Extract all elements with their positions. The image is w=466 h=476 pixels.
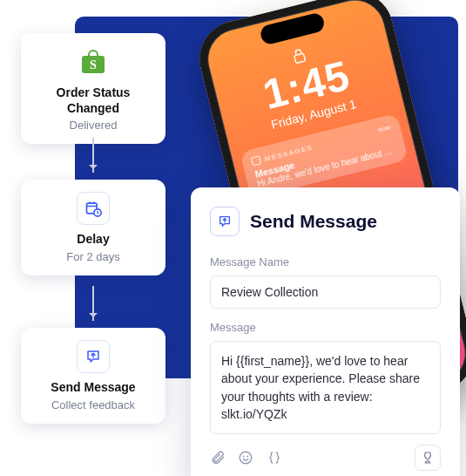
svg-point-5 [247,456,248,458]
dynamic-island [259,11,326,45]
message-name-label: Message Name [210,255,441,269]
workflow-step-delay[interactable]: Delay For 2 days [21,180,165,275]
step-subtitle: Delivered [35,119,152,132]
workflow-step-send-message[interactable]: Send Message Collect feedback [21,328,165,424]
flow-arrow [92,286,94,321]
step-title: Send Message [35,380,152,396]
send-message-panel: Send Message Message Name Message Hi {{f… [191,187,460,476]
svg-point-4 [243,456,245,458]
attachment-icon[interactable] [210,450,226,466]
step-subtitle: For 2 days [35,250,152,263]
workflow-step-order-status[interactable]: S Order Status Changed Delivered [21,33,165,144]
message-name-input[interactable] [210,275,441,309]
message-body-label: Message [210,321,441,334]
calendar-clock-icon [77,192,110,225]
send-message-icon [77,340,110,373]
send-message-icon [210,207,240,236]
panel-heading: Send Message [250,211,377,232]
notification-time: now [377,123,391,133]
step-title: Delay [35,232,152,248]
step-title: Order Status Changed [35,85,152,116]
variable-braces-icon[interactable] [266,450,283,466]
step-subtitle: Collect feedback [35,398,152,411]
shopify-icon: S [77,45,110,78]
flow-arrow [92,138,94,173]
emoji-icon[interactable] [238,450,253,466]
message-body-input[interactable]: Hi {{first_name}}, we'd love to hear abo… [210,341,441,434]
svg-point-3 [240,452,252,464]
ai-assist-button[interactable] [415,445,441,471]
